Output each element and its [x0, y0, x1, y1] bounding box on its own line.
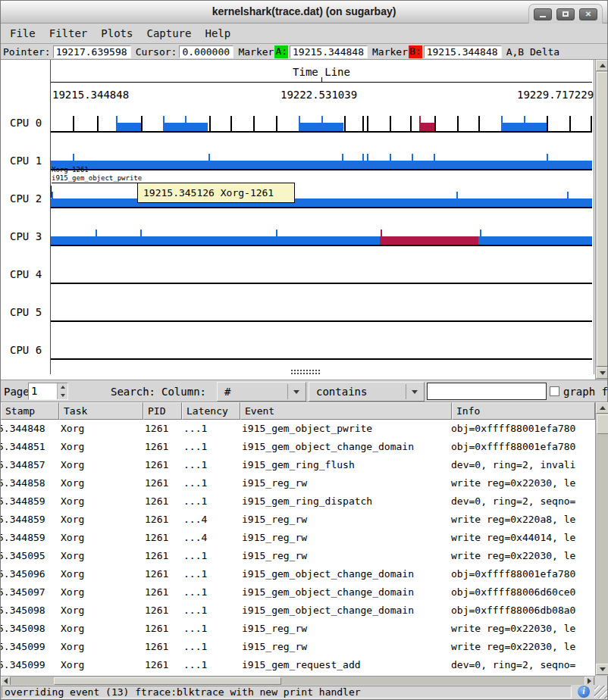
event-tick[interactable]	[163, 116, 165, 131]
column-header-pid[interactable]: PID	[143, 402, 182, 420]
search-input[interactable]	[427, 383, 547, 400]
event-tick[interactable]	[419, 116, 421, 131]
page-decrement-button[interactable]	[58, 392, 68, 399]
event-tick[interactable]	[362, 154, 364, 169]
event-tick[interactable]	[276, 116, 277, 131]
table-row[interactable]: 5.344859Xorg1261...1i915_gem_ring_dispat…	[1, 492, 595, 511]
page-increment-button[interactable]	[58, 383, 68, 391]
event-tick[interactable]	[410, 116, 412, 131]
table-row[interactable]: 5.344851Xorg1261...1i915_gem_object_chan…	[1, 438, 595, 456]
table-scroll-up-button[interactable]	[596, 402, 608, 414]
info-icon[interactable]: i	[578, 686, 590, 698]
maximize-button[interactable]	[556, 8, 575, 20]
event-tick[interactable]	[591, 116, 592, 131]
cpu-task-bar[interactable]	[419, 123, 434, 131]
column-select-dropdown-button[interactable]	[287, 384, 304, 399]
timeline-plot[interactable]: Time Line 19215.344848 19222.531039 1922…	[1, 60, 607, 380]
event-tick[interactable]	[456, 192, 458, 207]
event-tick[interactable]	[185, 116, 186, 131]
cpu-task-bar[interactable]	[51, 236, 592, 245]
pane-splitter-handle[interactable]	[291, 370, 320, 374]
column-header-info[interactable]: Info	[452, 402, 595, 420]
graph-scroll-down-button[interactable]	[596, 367, 607, 379]
table-row[interactable]: 5.345098Xorg1261...1i915_gem_object_chan…	[1, 602, 595, 620]
page-value[interactable]: 1	[31, 385, 37, 397]
event-tick[interactable]	[569, 116, 571, 131]
cpu-task-bar[interactable]	[116, 123, 141, 131]
column-header-event[interactable]: Event	[240, 402, 452, 420]
event-tick[interactable]	[390, 154, 391, 169]
table-row[interactable]: 5.344848Xorg1261...1i915_gem_object_pwri…	[1, 420, 595, 438]
event-tick[interactable]	[73, 116, 74, 131]
event-tick[interactable]	[567, 192, 569, 207]
event-tick[interactable]	[96, 230, 97, 245]
title-bar[interactable]: kernelshark(trace.dat) (on sugarbay) ✕	[1, 1, 607, 23]
event-tick[interactable]	[367, 116, 368, 131]
table-row[interactable]: 5.345095Xorg1261...1i915_reg_rwwrite reg…	[1, 547, 595, 565]
event-tick[interactable]	[412, 154, 413, 169]
event-tick[interactable]	[381, 230, 382, 245]
event-tick[interactable]	[208, 154, 210, 169]
match-select[interactable]: contains	[309, 382, 425, 402]
table-row[interactable]: 5.345097Xorg1261...1i915_gem_object_chan…	[1, 583, 595, 602]
event-tick[interactable]	[367, 154, 368, 169]
event-tick[interactable]	[547, 116, 548, 131]
event-tick[interactable]	[434, 116, 436, 131]
table-row[interactable]: 5.344857Xorg1261...1i915_gem_ring_flushd…	[1, 456, 595, 474]
cpu-task-bar[interactable]	[380, 236, 478, 245]
event-tick[interactable]	[342, 154, 343, 169]
column-header-task[interactable]: Task	[59, 402, 143, 420]
event-tick[interactable]	[116, 116, 118, 131]
event-tick[interactable]	[547, 154, 548, 169]
event-tick[interactable]	[299, 116, 300, 131]
event-tick[interactable]	[253, 116, 255, 131]
table-row[interactable]: 5.344858Xorg1261...1i915_reg_rwwrite reg…	[1, 474, 595, 492]
graph-vertical-scrollbar[interactable]	[595, 60, 607, 380]
menu-item-capture[interactable]: Capture	[139, 25, 198, 42]
event-tick[interactable]	[230, 116, 232, 131]
table-horizontal-scrollbar[interactable]	[1, 676, 595, 685]
event-tick[interactable]	[140, 230, 142, 245]
table-row[interactable]: 5.344859Xorg1261...4i915_reg_rwwrite reg…	[1, 511, 595, 529]
menu-item-plots[interactable]: Plots	[94, 25, 139, 42]
column-header-latency[interactable]: Latency	[182, 402, 240, 420]
minimize-button[interactable]	[534, 8, 552, 20]
event-tick[interactable]	[480, 230, 481, 245]
table-scroll-thumb[interactable]	[597, 414, 608, 434]
menu-item-file[interactable]: File	[3, 25, 42, 42]
graph-scroll-thumb[interactable]	[597, 72, 607, 367]
match-select-dropdown-button[interactable]	[406, 384, 422, 399]
table-row[interactable]: 5.344859Xorg1261...4i915_reg_rwwrite reg…	[1, 529, 595, 547]
table-hscroll-thumb[interactable]	[54, 677, 281, 685]
event-tick[interactable]	[478, 116, 480, 131]
menu-item-filter[interactable]: Filter	[42, 25, 95, 42]
event-tick[interactable]	[97, 116, 99, 131]
event-tick[interactable]	[344, 116, 346, 131]
event-tick[interactable]	[209, 116, 211, 131]
marker-b-key[interactable]: B:	[409, 45, 422, 58]
table-row[interactable]: 5.345099Xorg1261...1i915_gem_request_add…	[1, 656, 595, 674]
column-header-stamp[interactable]: Stamp	[1, 402, 59, 420]
table-vertical-scrollbar[interactable]	[595, 402, 608, 676]
menu-item-help[interactable]: Help	[198, 25, 237, 42]
page-spinner[interactable]: 1	[28, 383, 68, 400]
graph-follows-checkbox[interactable]	[550, 386, 559, 396]
event-tick[interactable]	[321, 116, 323, 131]
event-tick[interactable]	[501, 116, 503, 131]
event-tick[interactable]	[457, 116, 459, 131]
marker-a-key[interactable]: A:	[274, 45, 288, 58]
graph-scroll-up-button[interactable]	[596, 60, 607, 71]
event-tick[interactable]	[434, 154, 435, 169]
cpu-task-bar[interactable]	[51, 161, 592, 169]
event-tick[interactable]	[524, 116, 525, 131]
table-row[interactable]: 5.345099Xorg1261...1i915_reg_rwwrite reg…	[1, 638, 595, 656]
event-tick[interactable]	[362, 116, 364, 131]
cpu-task-bar[interactable]	[51, 198, 592, 207]
event-tick[interactable]	[276, 230, 277, 245]
event-tick[interactable]	[52, 192, 53, 207]
table-row[interactable]: 5.345096Xorg1261...1i915_gem_object_chan…	[1, 565, 595, 583]
table-row[interactable]: 5.345098Xorg1261...1i915_reg_rwwrite reg…	[1, 620, 595, 638]
close-button[interactable]: ✕	[579, 8, 597, 20]
column-select[interactable]: #	[217, 382, 306, 402]
event-tick[interactable]	[141, 116, 143, 131]
